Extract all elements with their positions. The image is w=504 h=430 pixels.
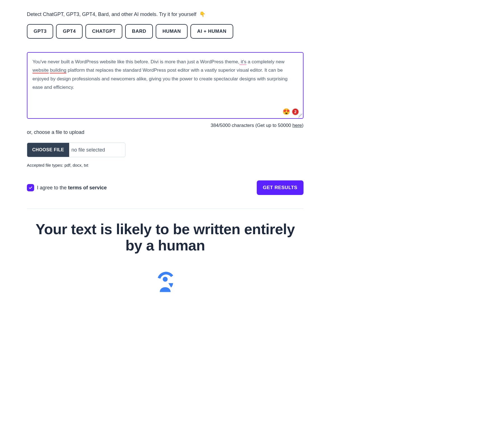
heart-eyes-icon: 😍 xyxy=(283,108,290,115)
result-heading: Your text is likely to be written entire… xyxy=(27,221,304,254)
char-current: 384 xyxy=(211,123,218,128)
agree-prefix: I agree to the xyxy=(37,185,68,190)
reaction-badges: 😍 2 xyxy=(283,108,299,115)
text-input-area[interactable]: You've never built a WordPress website l… xyxy=(27,52,304,119)
intro-text-content: Detect ChatGPT, GPT3, GPT4, Bard, and ot… xyxy=(27,11,196,17)
selected-file-name: no file selected xyxy=(69,143,125,157)
intro-text: Detect ChatGPT, GPT3, GPT4, Bard, and ot… xyxy=(27,11,304,17)
svg-point-0 xyxy=(163,277,168,282)
divider xyxy=(27,208,304,209)
upsell-prefix: (Get up to 50000 xyxy=(255,123,292,128)
model-button-gpt3[interactable]: GPT3 xyxy=(27,24,53,39)
model-button-row: GPT3 GPT4 CHATGPT BARD HUMAN AI + HUMAN xyxy=(27,24,304,39)
char-max: 5000 xyxy=(220,123,230,128)
model-button-bard[interactable]: BARD xyxy=(125,24,153,39)
action-row: I agree to the terms of service GET RESU… xyxy=(27,180,304,195)
upload-hint: or, choose a file to upload xyxy=(27,129,304,135)
result-icon-wrap xyxy=(27,270,304,295)
agree-wrap: I agree to the terms of service xyxy=(27,184,107,191)
accepted-file-types: Accepted file types: pdf, docx, txt xyxy=(27,163,304,168)
agree-text: I agree to the terms of service xyxy=(37,185,107,191)
choose-file-button[interactable]: CHOOSE FILE xyxy=(27,143,69,157)
file-upload-row: CHOOSE FILE no file selected xyxy=(27,143,125,157)
text-input-content[interactable]: You've never built a WordPress website l… xyxy=(32,58,298,105)
terms-of-service-link[interactable]: terms of service xyxy=(68,185,107,190)
upsell-link[interactable]: here xyxy=(292,123,302,128)
model-button-human[interactable]: HUMAN xyxy=(156,24,188,39)
upsell-suffix: ) xyxy=(302,123,304,128)
model-button-gpt4[interactable]: GPT4 xyxy=(56,24,82,39)
model-button-ai-human[interactable]: AI + HUMAN xyxy=(190,24,233,39)
pointing-down-icon: 👇 xyxy=(199,11,206,17)
agree-checkbox[interactable] xyxy=(27,184,34,191)
model-button-chatgpt[interactable]: CHATGPT xyxy=(85,24,122,39)
suggestion-count-badge[interactable]: 2 xyxy=(292,108,299,115)
check-icon xyxy=(28,185,33,190)
human-result-icon xyxy=(153,270,178,295)
resize-handle[interactable] xyxy=(298,114,302,118)
character-counter: 384/5000 characters (Get up to 50000 her… xyxy=(27,123,304,128)
char-unit: characters xyxy=(232,123,254,128)
get-results-button[interactable]: GET RESULTS xyxy=(257,180,304,195)
